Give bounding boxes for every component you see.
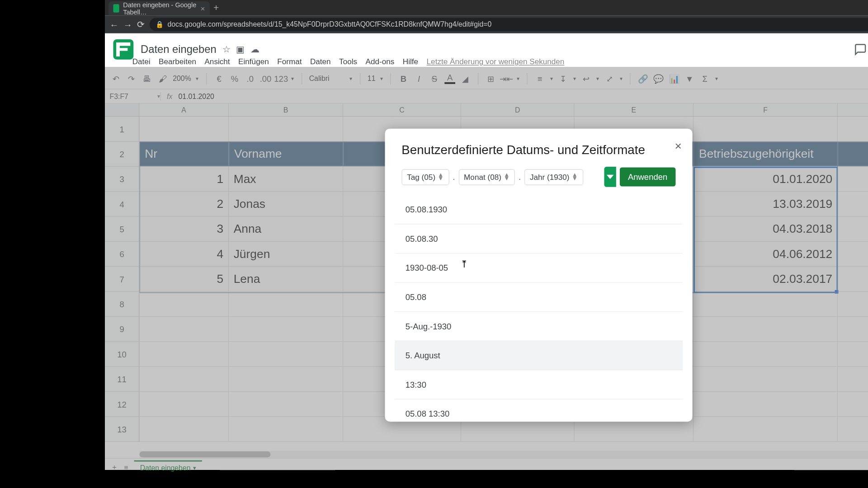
format-option[interactable]: 05.08 13:30 <box>395 399 683 422</box>
sheets-favicon <box>113 4 119 12</box>
stepper-icon: ▲▼ <box>504 174 509 181</box>
comments-icon[interactable] <box>854 43 867 56</box>
menu-addons[interactable]: Add-ons <box>366 57 395 66</box>
format-option[interactable]: 05.08.30 <box>395 225 683 254</box>
url-input[interactable]: 🔒 docs.google.com/spreadsheets/d/15_k45N… <box>150 18 868 31</box>
move-icon[interactable]: ▣ <box>236 44 244 55</box>
format-option[interactable]: 5. August <box>395 341 683 371</box>
forward-icon[interactable]: → <box>123 19 132 29</box>
close-tab-icon[interactable]: × <box>200 4 205 13</box>
menu-bar: Datei Bearbeiten Ansicht Einfügen Format… <box>132 57 565 66</box>
document-title[interactable]: Daten eingeben <box>141 43 217 56</box>
back-icon[interactable]: ← <box>110 19 119 29</box>
reload-icon[interactable]: ⟳ <box>137 19 145 30</box>
menu-bearbeiten[interactable]: Bearbeiten <box>159 57 196 66</box>
day-token[interactable]: Tag (05) ▲▼ <box>401 169 449 185</box>
address-bar: ← → ⟳ 🔒 docs.google.com/spreadsheets/d/1… <box>105 15 868 33</box>
date-format-dialog: × Benutzerdefinierte Datums- und Zeitfor… <box>385 129 692 422</box>
menu-hilfe[interactable]: Hilfe <box>403 57 418 66</box>
star-icon[interactable]: ☆ <box>222 44 230 55</box>
menu-datei[interactable]: Datei <box>132 57 151 66</box>
url-text: docs.google.com/spreadsheets/d/15_k45NpF… <box>167 20 491 28</box>
format-option[interactable]: 05.08 <box>395 283 683 312</box>
close-dialog-icon[interactable]: × <box>675 139 681 153</box>
format-option[interactable]: 05.08.1930 <box>395 195 683 225</box>
cloud-icon[interactable]: ☁ <box>250 44 259 55</box>
month-token[interactable]: Monat (08) ▲▼ <box>458 169 515 185</box>
menu-einfuegen[interactable]: Einfügen <box>238 57 269 66</box>
browser-titlebar: Daten eingeben - Google Tabell… × + — ▢ … <box>105 0 868 15</box>
sheets-logo-icon[interactable] <box>113 39 133 60</box>
format-option[interactable]: 5-Aug.-1930 <box>395 312 683 342</box>
stepper-icon: ▲▼ <box>572 174 578 181</box>
apply-button[interactable]: Anwenden <box>620 167 676 186</box>
year-token[interactable]: Jahr (1930) ▲▼ <box>524 169 583 185</box>
format-option[interactable]: 13:30 <box>395 371 683 400</box>
lock-icon: 🔒 <box>156 20 164 28</box>
add-token-dropdown[interactable] <box>604 167 616 187</box>
tab-title: Daten eingeben - Google Tabell… <box>123 1 197 16</box>
menu-daten[interactable]: Daten <box>310 57 331 66</box>
last-edit-text[interactable]: Letzte Änderung vor wenigen Sekunden <box>427 57 565 66</box>
menu-ansicht[interactable]: Ansicht <box>204 57 230 66</box>
dialog-title: Benutzerdefinierte Datums- und Zeitforma… <box>401 143 675 157</box>
menu-tools[interactable]: Tools <box>339 57 357 66</box>
menu-format[interactable]: Format <box>277 57 302 66</box>
browser-tab[interactable]: Daten eingeben - Google Tabell… × <box>108 1 210 16</box>
format-option[interactable]: 1930-08-05 <box>395 253 683 283</box>
format-list[interactable]: 05.08.193005.08.301930-08-0505.085-Aug.-… <box>395 195 683 422</box>
new-tab-button[interactable]: + <box>213 2 219 13</box>
stepper-icon: ▲▼ <box>438 174 443 181</box>
